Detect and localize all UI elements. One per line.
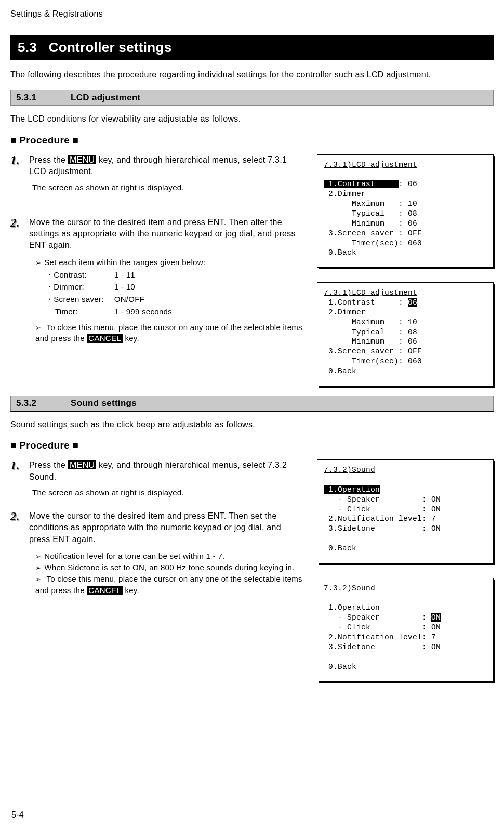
note-b1: Notification level for a tone can be set… [35, 550, 302, 562]
cancel-key-label: CANCEL [87, 334, 123, 343]
step-number-1: 1. [10, 154, 24, 166]
subsection-532-intro: Sound settings such as the click beep ar… [10, 419, 494, 430]
step2b-text: Move the cursor to the desired item and … [29, 510, 302, 545]
procedure-heading-2: ■ Procedure ■ [10, 440, 494, 453]
cancel-key-label-2: CANCEL [87, 586, 123, 595]
subsection-title-2: Sound settings [71, 398, 137, 408]
subsection-531-bar: 5.3.1 LCD adjustment [10, 90, 494, 106]
subsection-number-2: 5.3.2 [16, 398, 68, 409]
section-intro: The following describes the procedure re… [10, 69, 494, 81]
page-number: 5-4 [11, 810, 24, 820]
lcd-screen-1: 7.3.1)LCD adjustment 1.Contrast : 06 2.D… [317, 154, 494, 268]
close-note-1: To close this menu, place the cursor on … [35, 322, 302, 345]
menu-key-label: MENU [68, 155, 96, 164]
note-b2: When Sidetone is set to ON, an 800 Hz to… [35, 562, 302, 573]
step-number-2: 2. [10, 217, 24, 229]
screen-note-1b: The screen as shown at right is displaye… [32, 488, 302, 497]
subsection-531-intro: The LCD conditions for viewability are a… [10, 113, 494, 125]
ranges-lead: Set each item within the ranges given be… [35, 257, 302, 268]
menu-key-label-2: MENU [68, 460, 96, 469]
section-number: 5.3 [18, 40, 37, 55]
lcd-screen-4: 7.3.2)Sound 1.Operation - Speaker : ON -… [317, 578, 494, 682]
subsection-underline-2 [10, 411, 494, 412]
subsection-underline [10, 106, 494, 106]
step-number-2b: 2. [10, 510, 24, 522]
ranges-table: Contrast:1 - 11 Dimmer:1 - 10 Screen sav… [45, 268, 182, 319]
step2a-text: Move the cursor to the desired item and … [29, 217, 302, 252]
step1a-text: Press the MENU key, and through hierarch… [29, 154, 302, 178]
step1b-text: Press the MENU key, and through hierarch… [29, 459, 302, 483]
lcd-screen-2: 7.3.1)LCD adjustment 1.Contrast : 06 2.D… [317, 282, 494, 386]
subsection-title: LCD adjustment [71, 93, 141, 102]
subsection-532-bar: 5.3.2 Sound settings [10, 396, 494, 411]
close-note-2: To close this menu, place the cursor on … [35, 573, 302, 596]
section-name: Controller settings [49, 40, 172, 55]
subsection-number: 5.3.1 [16, 93, 68, 103]
page-header: Settings & Registrations [10, 9, 494, 19]
section-title: 5.3 Controller settings [10, 35, 494, 60]
procedure-heading: ■ Procedure ■ [10, 135, 494, 148]
screen-note-1a: The screen as shown at right is displaye… [32, 183, 302, 192]
step-number-1b: 1. [10, 459, 24, 471]
lcd-screen-3: 7.3.2)Sound 1.Operation - Speaker : ON -… [317, 459, 494, 563]
